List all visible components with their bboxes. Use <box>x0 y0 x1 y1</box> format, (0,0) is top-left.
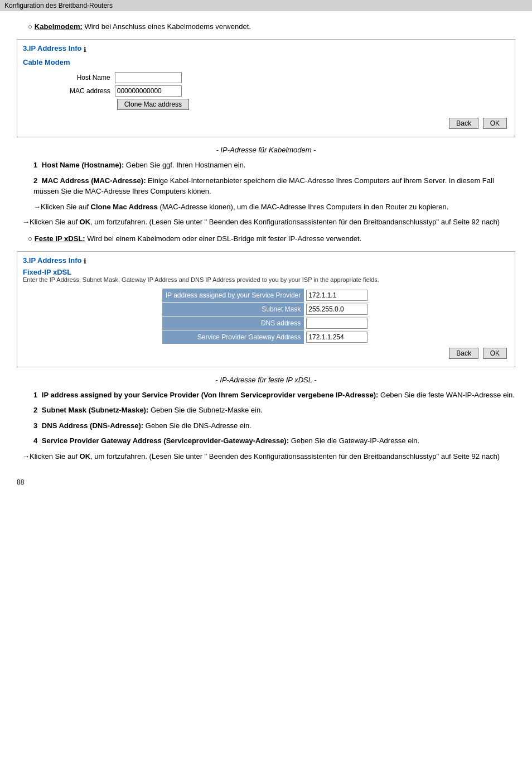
fixed-form-inner: IP address assigned by your Service Prov… <box>162 289 370 344</box>
fixed-input-cell-0 <box>304 289 370 303</box>
fixed-row-3: Service Provider Gateway Address <box>162 330 370 344</box>
fixed-row-2: DNS address <box>162 316 370 330</box>
fixed-ip-intro: ○Feste IP xDSL: Wird bei einem Kabelmode… <box>28 234 515 243</box>
fixed-inst-2-bold: Subnet Mask (Subnetz-Maske): <box>42 406 148 414</box>
fixed-arrow-1: →Klicken Sie auf OK, um fortzufahren. (L… <box>17 451 515 462</box>
clone-mac-spacer <box>67 98 113 111</box>
cable-inst-1-text: Geben Sie ggf. Ihren Hostnamen ein. <box>126 161 246 169</box>
cable-box-title-row: 3.IP Address Info ℹ <box>23 44 509 55</box>
mac-address-input[interactable] <box>115 85 182 97</box>
fixed-instruction-2: 2 Subnet Mask (Subnetz-Maske): Geben Sie… <box>28 405 515 416</box>
cable-bullet: ○ <box>28 22 32 31</box>
cable-inst-2-bold: MAC Address (MAC-Adresse): <box>42 176 146 185</box>
fixed-subtitle: Enter the IP Address, Subnet Mask, Gatew… <box>23 276 509 283</box>
fixed-label-2: DNS address <box>162 316 304 330</box>
cable-btn-row: Back OK <box>23 114 509 131</box>
fixed-subheading: Fixed-IP xDSL <box>23 268 509 276</box>
cable-form-table: Host Name MAC address Clone Mac address <box>67 71 191 111</box>
fixed-input-cell-1 <box>304 303 370 316</box>
fixed-caption: - IP-Adresse für feste IP xDSL - <box>17 376 515 384</box>
fixed-row-1: Subnet Mask <box>162 303 370 316</box>
mac-address-row: MAC address <box>67 84 191 98</box>
cable-intro-text: Wird bei Anschluss eines Kabelmodems ver… <box>83 22 251 31</box>
fixed-ip-box: 3.IP Address Info ℹ Fixed-IP xDSL Enter … <box>17 251 515 367</box>
fixed-link: Feste IP xDSL: <box>35 234 85 243</box>
page-number: 88 <box>17 478 515 486</box>
fixed-inst-4-text: Geben Sie die Gateway-IP-Adresse ein. <box>291 436 420 445</box>
cable-modem-intro: ○Kabelmodem: Wird bei Anschluss eines Ka… <box>28 22 515 31</box>
cable-caption: - IP-Adresse für Kabelmodem - <box>17 146 515 154</box>
cable-subheading: Cable Modem <box>23 58 509 66</box>
fixed-instructions: 1 IP address assigned by your Service Pr… <box>28 390 515 447</box>
host-name-row: Host Name <box>67 71 191 84</box>
fixed-input-1[interactable] <box>306 304 367 315</box>
fixed-input-cell-2 <box>304 316 370 330</box>
cable-instruction-1: 1 Host Name (Hostname): Geben Sie ggf. I… <box>28 160 515 171</box>
fixed-bullet: ○ <box>28 234 32 243</box>
fixed-back-button[interactable]: Back <box>449 348 478 359</box>
cable-inst-1-bold: Host Name (Hostname): <box>42 161 124 169</box>
cable-info-icon[interactable]: ℹ <box>84 46 86 54</box>
fixed-box-title: 3.IP Address Info <box>23 256 81 265</box>
fixed-ok-button[interactable]: OK <box>483 348 507 359</box>
fixed-input-0[interactable] <box>306 290 367 301</box>
fixed-row-0: IP address assigned by your Service Prov… <box>162 289 370 303</box>
fixed-form-wrap: IP address assigned by your Service Prov… <box>23 289 509 344</box>
fixed-inst-3-text: Geben Sie die DNS-Adresse ein. <box>146 421 252 430</box>
fixed-label-1: Subnet Mask <box>162 303 304 316</box>
fixed-input-2[interactable] <box>306 318 367 329</box>
fixed-label-3: Service Provider Gateway Address <box>162 330 304 344</box>
fixed-label-0: IP address assigned by your Service Prov… <box>162 289 304 303</box>
fixed-inst-1-text: Geben Sie die feste WAN-IP-Adresse ein. <box>380 391 515 399</box>
fixed-inst-4-bold: Service Provider Gateway Address (Servic… <box>42 436 289 445</box>
fixed-inst-3-bold: DNS Address (DNS-Adresse): <box>42 421 143 430</box>
fixed-input-3[interactable] <box>306 332 367 343</box>
cable-arrow-1: →Klicken Sie auf Clone Mac Address (MAC-… <box>28 202 515 213</box>
cable-ok-button[interactable]: OK <box>483 118 507 129</box>
clone-mac-cell: Clone Mac address <box>113 98 191 111</box>
fixed-instruction-4: 4 Service Provider Gateway Address (Serv… <box>28 435 515 447</box>
cable-modem-box: 3.IP Address Info ℹ Cable Modem Host Nam… <box>17 39 515 137</box>
clone-mac-button[interactable]: Clone Mac address <box>117 99 189 110</box>
host-name-input[interactable] <box>115 72 182 83</box>
cable-link: Kabelmodem: <box>35 22 83 31</box>
cable-instructions: 1 Host Name (Hostname): Geben Sie ggf. I… <box>28 160 515 197</box>
cable-box-title: 3.IP Address Info <box>23 44 81 52</box>
cable-instruction-2: 2 MAC Address (MAC-Adresse): Einige Kabe… <box>28 175 515 197</box>
fixed-instruction-3: 3 DNS Address (DNS-Adresse): Geben Sie d… <box>28 420 515 431</box>
host-name-label: Host Name <box>67 71 113 84</box>
fixed-btn-row: Back OK <box>23 344 509 361</box>
fixed-instruction-1: 1 IP address assigned by your Service Pr… <box>28 390 515 401</box>
fixed-info-icon[interactable]: ℹ <box>84 257 86 265</box>
cable-back-button[interactable]: Back <box>449 118 478 129</box>
fixed-box-title-row: 3.IP Address Info ℹ <box>23 256 509 267</box>
fixed-inst-1-bold: IP address assigned by your Service Prov… <box>42 391 379 399</box>
fixed-inst-2-text: Geben Sie die Subnetz-Maske ein. <box>151 406 263 414</box>
host-name-input-cell <box>113 71 191 84</box>
fixed-input-cell-3 <box>304 330 370 344</box>
clone-mac-row: Clone Mac address <box>67 98 191 111</box>
mac-address-input-cell <box>113 84 191 98</box>
fixed-intro-text: Wird bei einem Kabelmodem oder einer DSL… <box>85 234 362 243</box>
page-header: Konfiguration des Breitband-Routers <box>0 0 532 11</box>
cable-arrow-2: →Klicken Sie auf OK, um fortzufahren. (L… <box>17 217 515 228</box>
mac-address-label: MAC address <box>67 84 113 98</box>
